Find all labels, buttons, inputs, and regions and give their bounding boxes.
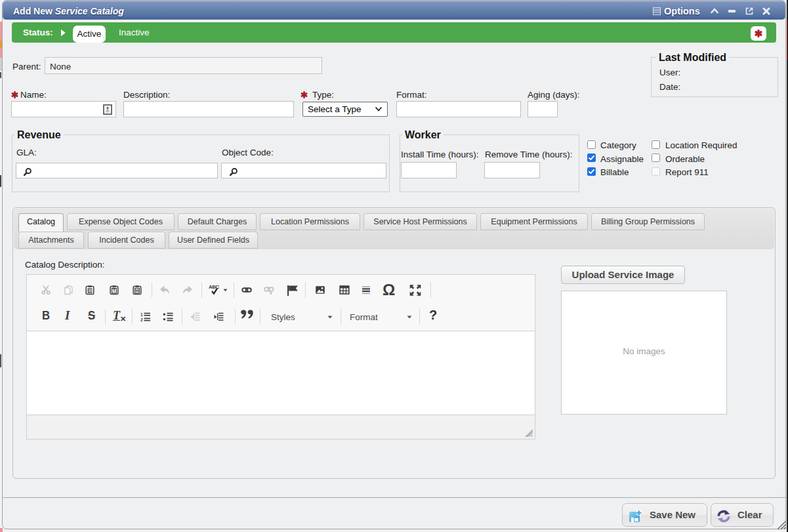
svg-text:W: W [135, 289, 139, 293]
svg-text:T: T [113, 288, 115, 293]
svg-text:2: 2 [140, 317, 143, 322]
svg-text:ABC: ABC [209, 284, 220, 290]
svg-text:1: 1 [140, 312, 143, 317]
